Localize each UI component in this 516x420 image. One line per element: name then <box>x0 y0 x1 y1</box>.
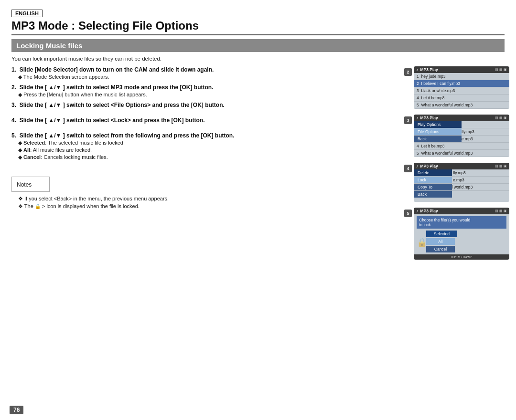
screen-5-prompt: Choose the file(s) you wouldto lock. <box>417 216 506 229</box>
delete-item: Delete <box>414 169 452 176</box>
header-icons: ▤ ▦ ▣ <box>495 68 507 72</box>
header-icons: ▤ ▦ ▣ <box>495 164 507 168</box>
back-item: Back <box>414 136 462 142</box>
page-number: 76 <box>10 406 23 414</box>
screen-3-header: ♪ MP3 Play ▤ ▦ ▣ <box>414 115 509 121</box>
footer-note-1: If you select <Back> in the menu, the pr… <box>11 196 399 202</box>
screen-5-wrapper: 5 ♪ MP3 Play ▤ ▦ ▣ Choose the file(s) yo… <box>414 208 505 261</box>
music-note-icon: ♪ <box>416 116 419 120</box>
step-5: 5. Slide the [ ▲/▼ ] switch to select fr… <box>11 132 399 160</box>
selected-option: Selected <box>426 231 457 237</box>
list-item: 1 hey jude.mp3 <box>414 73 509 80</box>
music-note-icon: ♪ <box>416 209 419 213</box>
intro-text: You can lock important music files so th… <box>11 56 505 62</box>
list-item: 3 black or white.mp3 <box>414 87 509 94</box>
play-options-item: Play Options <box>414 121 462 128</box>
screen-2-header: ♪ MP3 Play ▤ ▦ ▣ <box>414 66 509 73</box>
screen-4-body: fly.mp3 e.mp3 5 What a wonderful world.m… <box>414 169 509 202</box>
section-heading: Locking Music files <box>11 39 505 52</box>
screen-2-badge: 2 <box>404 68 412 76</box>
step-1: 1. Slide [Mode Selector] down to turn on… <box>11 66 399 80</box>
screen-4-badge: 4 <box>404 165 412 172</box>
step-1-main: 1. Slide [Mode Selector] down to turn on… <box>11 66 399 73</box>
screen-4-wrapper: 4 ♪ MP3 Play ▤ ▦ ▣ fly.mp3 e.mp3 5 What … <box>414 163 505 203</box>
step-4-num: 4. <box>11 117 18 124</box>
step-2-sub: Press the [Menu] button when the music l… <box>11 92 399 98</box>
back-item-4: Back <box>414 191 452 198</box>
step-5-bullets: Selected: The selected music file is loc… <box>11 140 399 160</box>
footer-note-2: The 🔒 > icon is displayed when the file … <box>11 203 399 210</box>
notes-section: Notes <box>11 170 399 192</box>
steps-column: 1. Slide [Mode Selector] down to turn on… <box>11 66 399 211</box>
screen-3-body: fly.mp3 e.mp3 4 Let it be.mp3 5 What a w… <box>414 121 509 157</box>
header-icons: ▤ ▦ ▣ <box>495 116 507 120</box>
bullet-cancel: Cancel: Cancels locking music files. <box>18 154 399 160</box>
list-item: 4 Let it be.mp3 <box>414 94 509 102</box>
step-5-num: 5. <box>11 132 18 139</box>
english-badge: ENGLISH <box>11 9 505 19</box>
lock-item: Lock <box>414 177 452 183</box>
screen-2-wrapper: 2 ♪ MP3 Play ▤ ▦ ▣ 1 hey jude.mp3 2 I be… <box>414 66 505 110</box>
music-note-icon: ♪ <box>416 164 419 168</box>
page-title: MP3 Mode : Selecting File Options <box>11 19 505 35</box>
menu-overlay-4: Delete Lock Copy To Back <box>414 169 452 198</box>
step-4: 4. Slide the [ ▲/▼ ] switch to select <L… <box>11 117 399 124</box>
menu-overlay-3: Play Options File Options Back <box>414 121 462 143</box>
lock-bg-icon: 🔒 <box>417 237 427 248</box>
notes-box: Notes <box>11 177 50 192</box>
screen-3-badge: 3 <box>404 116 412 124</box>
screen-5: ♪ MP3 Play ▤ ▦ ▣ Choose the file(s) you … <box>414 208 509 260</box>
step-1-sub: The Mode Selection screen appears. <box>11 74 399 80</box>
file-options-item: File Options <box>414 128 462 135</box>
screen-3: ♪ MP3 Play ▤ ▦ ▣ fly.mp3 e.mp3 4 Let it … <box>414 115 509 157</box>
screen-5-header: ♪ MP3 Play ▤ ▦ ▣ <box>414 208 509 214</box>
screen-4-header: ♪ MP3 Play ▤ ▦ ▣ <box>414 163 509 169</box>
list-item: 5 What a wonderful world.mp3 <box>414 102 509 109</box>
screen-5-options: Selected All Cancel <box>417 231 506 252</box>
step-3-num: 3. <box>11 102 18 108</box>
bullet-selected: Selected: The selected music file is loc… <box>18 140 399 146</box>
step-3-main: 3. Slide the [ ▲/▼ ] switch to select <F… <box>11 102 399 108</box>
cancel-option: Cancel <box>426 246 455 252</box>
step-5-main: 5. Slide the [ ▲/▼ ] switch to select fr… <box>11 132 399 139</box>
copyto-item: Copy To <box>414 184 452 190</box>
step-2: 2. Slide the [ ▲/▼ ] switch to select MP… <box>11 84 399 98</box>
step-2-main: 2. Slide the [ ▲/▼ ] switch to select MP… <box>11 84 399 91</box>
list-item-selected: 2 I believe I can fly.mp3 <box>414 80 509 87</box>
step-4-main: 4. Slide the [ ▲/▼ ] switch to select <L… <box>11 117 399 124</box>
screen-4: ♪ MP3 Play ▤ ▦ ▣ fly.mp3 e.mp3 5 What a … <box>414 163 509 202</box>
all-option: All <box>426 238 455 245</box>
screen-3-wrapper: 3 ♪ MP3 Play ▤ ▦ ▣ fly.mp3 e.mp3 4 Let i… <box>414 115 505 158</box>
music-note-icon: ♪ <box>416 67 419 72</box>
footer-notes: If you select <Back> in the menu, the pr… <box>11 196 399 210</box>
notes-label: Notes <box>17 181 32 188</box>
screen-5-body: Choose the file(s) you wouldto lock. Sel… <box>414 214 509 254</box>
step-1-num: 1. <box>11 66 18 73</box>
device-screens: 2 ♪ MP3 Play ▤ ▦ ▣ 1 hey jude.mp3 2 I be… <box>404 66 505 262</box>
screen-5-badge: 5 <box>404 210 412 217</box>
step-3: 3. Slide the [ ▲/▼ ] switch to select <F… <box>11 102 399 108</box>
bullet-all: All: All music files are locked. <box>18 147 399 153</box>
list-item: 5 What a wonderful world.mp3 <box>414 150 509 157</box>
header-icons: ▤ ▦ ▣ <box>495 209 507 213</box>
screen-5-footer: 03:15 / 04:52 <box>414 254 509 260</box>
list-item: 4 Let it be.mp3 <box>414 143 509 150</box>
screen-2-list: 1 hey jude.mp3 2 I believe I can fly.mp3… <box>414 73 509 109</box>
screen-2: ♪ MP3 Play ▤ ▦ ▣ 1 hey jude.mp3 2 I beli… <box>414 66 509 109</box>
step-2-num: 2. <box>11 84 18 91</box>
